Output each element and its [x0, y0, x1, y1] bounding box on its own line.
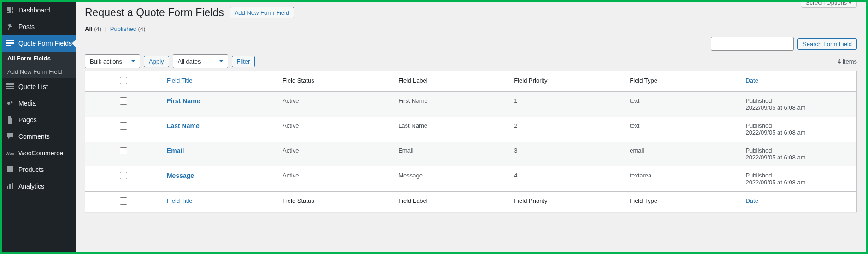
- select-all-footer: [85, 192, 162, 212]
- sidebar-item-quote-list[interactable]: Quote List: [2, 78, 76, 95]
- page-title: Request a Quote Form Fields: [85, 6, 224, 19]
- sidebar-item-label: Media: [18, 100, 36, 107]
- sidebar-item-quote-form-fields[interactable]: Quote Form Fields: [2, 35, 76, 52]
- filter-all-count: (4): [94, 25, 101, 32]
- sidebar-sub-all-form-fields[interactable]: All Form Fields: [2, 52, 76, 65]
- row-status: Active: [278, 142, 394, 166]
- row-date: Published2022/09/05 at 6:08 am: [741, 117, 856, 142]
- row-date: Published2022/09/05 at 6:08 am: [741, 166, 856, 192]
- sidebar-item-comments[interactable]: Comments: [2, 128, 76, 145]
- analytics-icon: [6, 182, 15, 191]
- table-row: First NameActiveFirst Name1textPublished…: [85, 92, 857, 117]
- row-priority: 2: [509, 117, 625, 142]
- sidebar-item-label: Analytics: [18, 183, 44, 190]
- col-footer-status: Field Status: [278, 192, 394, 212]
- sidebar-item-label: Pages: [18, 116, 37, 124]
- table-row: MessageActiveMessage4textareaPublished20…: [85, 166, 857, 192]
- filter-all-link[interactable]: All: [85, 25, 93, 32]
- row-type: email: [625, 142, 741, 166]
- col-footer-label: Field Label: [394, 192, 509, 212]
- select-all-checkbox[interactable]: [120, 77, 127, 84]
- row-title-link[interactable]: First Name: [167, 97, 200, 105]
- tablenav-top: Bulk actions Apply All dates Filter 4 it…: [85, 54, 857, 68]
- page-header: Request a Quote Form Fields Add New Form…: [85, 6, 857, 19]
- col-footer-date[interactable]: Date: [741, 192, 856, 212]
- row-priority: 3: [509, 142, 625, 166]
- apply-button[interactable]: Apply: [144, 56, 169, 67]
- row-label: Email: [394, 142, 509, 166]
- sidebar-item-analytics[interactable]: Analytics: [2, 178, 76, 195]
- col-header-type: Field Type: [625, 71, 741, 92]
- sidebar-submenu: All Form Fields Add New Form Field: [2, 52, 76, 78]
- row-checkbox[interactable]: [120, 147, 127, 154]
- col-header-title[interactable]: Field Title: [162, 71, 278, 92]
- svg-rect-4: [6, 86, 14, 87]
- screen-options-button[interactable]: Screen Options ▾: [801, 0, 857, 8]
- sidebar-sub-add-new[interactable]: Add New Form Field: [2, 65, 76, 78]
- filter-published-link[interactable]: Published: [110, 25, 136, 32]
- select-all-checkbox-footer[interactable]: [120, 197, 127, 205]
- row-type: textarea: [625, 166, 741, 192]
- row-title-link[interactable]: Last Name: [167, 122, 200, 130]
- sidebar-item-products[interactable]: Products: [2, 161, 76, 178]
- pin-icon: [6, 22, 15, 31]
- form-fields-table: Field Title Field Status Field Label Fie…: [85, 71, 857, 212]
- tablenav-right: 4 items: [838, 58, 857, 65]
- col-header-priority: Field Priority: [509, 71, 625, 92]
- col-header-label: Field Label: [394, 71, 509, 92]
- sidebar-item-label: Dashboard: [18, 6, 50, 14]
- sidebar-item-label: WooCommerce: [18, 149, 63, 157]
- row-type: text: [625, 117, 741, 142]
- row-status: Active: [278, 92, 394, 117]
- media-icon: [6, 99, 15, 108]
- col-header-date[interactable]: Date: [741, 71, 856, 92]
- row-checkbox[interactable]: [120, 97, 127, 105]
- svg-rect-10: [7, 186, 8, 189]
- sidebar-item-pages[interactable]: Pages: [2, 112, 76, 128]
- row-status: Active: [278, 166, 394, 192]
- col-footer-type: Field Type: [625, 192, 741, 212]
- row-priority: 1: [509, 92, 625, 117]
- svg-rect-2: [6, 45, 11, 46]
- add-new-form-field-button[interactable]: Add New Form Field: [230, 7, 294, 18]
- row-date: Published2022/09/05 at 6:08 am: [741, 142, 856, 166]
- sidebar-item-woocommerce[interactable]: Woo WooCommerce: [2, 145, 76, 161]
- date-filter-wrap: All dates: [173, 54, 228, 68]
- svg-rect-1: [6, 42, 14, 44]
- filter-button[interactable]: Filter: [232, 56, 255, 67]
- svg-point-6: [7, 102, 10, 105]
- date-filter-select[interactable]: All dates: [173, 54, 228, 68]
- svg-rect-5: [6, 88, 14, 89]
- table-row: Last NameActiveLast Name2textPublished20…: [85, 117, 857, 142]
- col-footer-title[interactable]: Field Title: [162, 192, 278, 212]
- svg-rect-0: [6, 40, 14, 41]
- row-checkbox[interactable]: [120, 122, 127, 130]
- col-footer-priority: Field Priority: [509, 192, 625, 212]
- select-all-header: [85, 71, 162, 92]
- tablenav-left: Bulk actions Apply All dates Filter: [85, 54, 255, 68]
- status-filter-links: All (4) | Published (4): [85, 25, 857, 32]
- sidebar-item-dashboard[interactable]: Dashboard: [2, 2, 76, 18]
- search-button[interactable]: Search Form Field: [797, 38, 857, 50]
- svg-rect-9: [7, 166, 13, 168]
- search-input[interactable]: [711, 37, 794, 51]
- chevron-down-icon: ▾: [849, 0, 852, 6]
- row-title-link[interactable]: Message: [167, 172, 194, 179]
- row-label: First Name: [394, 92, 509, 117]
- row-title-link[interactable]: Email: [167, 147, 184, 154]
- filter-published-count: (4): [138, 25, 146, 32]
- sidebar-item-label: Quote Form Fields: [18, 40, 72, 47]
- sidebar-item-label: Comments: [18, 133, 50, 140]
- list-icon: [6, 82, 15, 91]
- row-type: text: [625, 92, 741, 117]
- admin-sidebar: Dashboard Posts Quote Form Fields All Fo…: [2, 2, 76, 252]
- sidebar-item-label: Posts: [18, 23, 35, 30]
- sidebar-item-media[interactable]: Media: [2, 95, 76, 112]
- products-icon: [6, 165, 15, 174]
- svg-rect-8: [7, 167, 13, 172]
- main-content: Screen Options ▾ Request a Quote Form Fi…: [76, 2, 866, 252]
- row-checkbox[interactable]: [120, 172, 127, 179]
- sidebar-item-posts[interactable]: Posts: [2, 18, 76, 35]
- sidebar-item-label: Products: [18, 166, 44, 173]
- bulk-actions-select[interactable]: Bulk actions: [85, 54, 140, 68]
